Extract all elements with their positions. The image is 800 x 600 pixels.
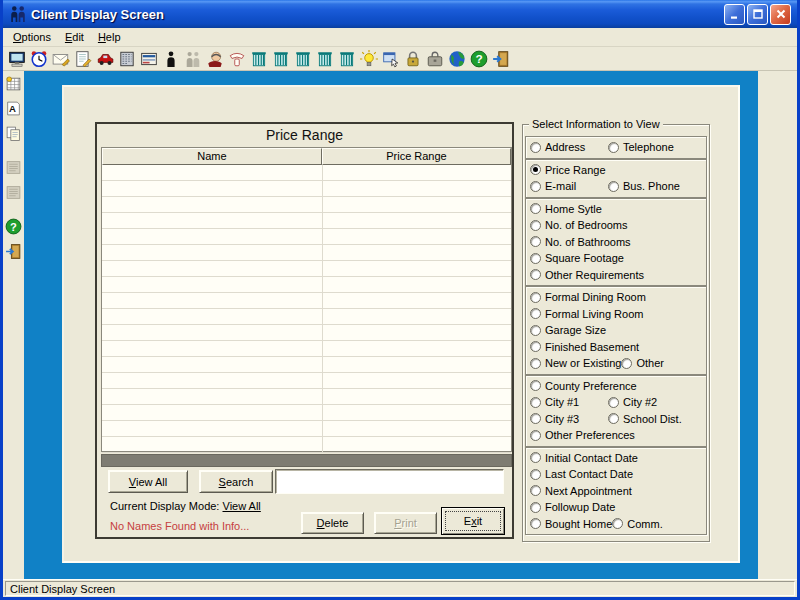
exit-icon[interactable] [490, 48, 512, 70]
radio-school-dist[interactable] [608, 413, 619, 424]
display-mode-text: Current Display Mode: View All [110, 500, 261, 512]
table-row [102, 261, 511, 277]
radio-formal-living-room[interactable] [530, 308, 541, 319]
memo-icon[interactable] [116, 48, 138, 70]
radio-comm-label: Comm. [627, 518, 662, 530]
radio-city-2[interactable] [608, 397, 619, 408]
building-icon-1[interactable] [248, 48, 270, 70]
mail-icon[interactable] [50, 48, 72, 70]
people-icon[interactable] [182, 48, 204, 70]
radio-formal-dining-room[interactable] [530, 292, 541, 303]
radio-address-label: Address [545, 141, 585, 153]
schedule-icon[interactable] [138, 48, 160, 70]
status-bar: Client Display Screen [3, 579, 797, 597]
report-icon-1[interactable] [4, 158, 23, 177]
radio-no-of-bathrooms[interactable] [530, 236, 541, 247]
radio-comm[interactable] [612, 518, 623, 529]
info-panel: Select Information to View AddressTeleph… [522, 124, 710, 542]
radio-telephone[interactable] [608, 142, 619, 153]
client-area: Price Range Name Price Range View All Se… [24, 71, 758, 579]
radio-last-contact-date[interactable] [530, 469, 541, 480]
font-icon[interactable]: A [4, 99, 23, 118]
grid-body[interactable] [102, 165, 511, 453]
menu-edit[interactable]: Edit [58, 29, 91, 45]
radio-next-appointment[interactable] [530, 485, 541, 496]
table-row [102, 421, 511, 437]
horizontal-scrollbar[interactable] [101, 454, 512, 467]
building-icon-4[interactable] [314, 48, 336, 70]
table-row [102, 357, 511, 373]
print-button[interactable]: Print [374, 512, 437, 534]
radio-school-dist-label: School Dist. [623, 413, 682, 425]
radio-address[interactable] [530, 142, 541, 153]
radio-other-requirements[interactable] [530, 269, 541, 280]
radio-no-of-bedrooms[interactable] [530, 220, 541, 231]
menu-bar: Options Edit Help [3, 28, 797, 47]
building-icon-3[interactable] [292, 48, 314, 70]
computer-icon[interactable] [6, 48, 28, 70]
minimize-button[interactable] [724, 4, 745, 25]
radio-home-sytle[interactable] [530, 203, 541, 214]
radio-bought-home[interactable] [530, 518, 541, 529]
grid-header: Name Price Range [102, 148, 511, 165]
app-people-icon [9, 5, 27, 23]
radio-square-footage[interactable] [530, 253, 541, 264]
delete-button[interactable]: Delete [301, 512, 364, 534]
phone-icon[interactable] [226, 48, 248, 70]
display-mode-label: Current Display Mode: [110, 500, 219, 512]
radio-formal-living-room-label: Formal Living Room [545, 308, 643, 320]
radio-initial-contact-date[interactable] [530, 452, 541, 463]
title-bar: Client Display Screen [3, 0, 797, 28]
radio-new-or-existing[interactable] [530, 358, 541, 369]
radio-bus-phone[interactable] [608, 181, 619, 192]
select-icon[interactable] [380, 48, 402, 70]
radio-other-preferences-label: Other Preferences [545, 429, 635, 441]
notepad-icon[interactable] [72, 48, 94, 70]
maximize-button[interactable] [747, 4, 768, 25]
lock-icon[interactable] [402, 48, 424, 70]
building-icon-5[interactable] [336, 48, 358, 70]
search-input[interactable] [275, 469, 504, 494]
radio-city-3-label: City #3 [545, 413, 579, 425]
person-icon[interactable] [160, 48, 182, 70]
briefcase-icon[interactable] [424, 48, 446, 70]
help-icon-side[interactable]: ? [4, 217, 23, 236]
column-header-price-range[interactable]: Price Range [322, 148, 511, 165]
radio-followup-date[interactable] [530, 502, 541, 513]
copy-icon[interactable] [4, 124, 23, 143]
radio-county-preference[interactable] [530, 380, 541, 391]
info-section-1: AddressTelephone [525, 136, 707, 159]
display-mode-value: View All [223, 500, 261, 512]
list-frame: Price Range Name Price Range View All Se… [95, 122, 514, 539]
report-icon-2[interactable] [4, 183, 23, 202]
radio-e-mail[interactable] [530, 181, 541, 192]
close-button[interactable] [770, 4, 791, 25]
help-icon[interactable]: ? [468, 48, 490, 70]
car-icon[interactable] [94, 48, 116, 70]
radio-other-preferences[interactable] [530, 430, 541, 441]
radio-city-3[interactable] [530, 413, 541, 424]
column-header-name[interactable]: Name [102, 148, 322, 165]
globe-icon[interactable] [446, 48, 468, 70]
radio-garage-size[interactable] [530, 325, 541, 336]
exit-button[interactable]: Exit [441, 507, 505, 535]
search-button[interactable]: Search [199, 470, 273, 493]
right-margin [758, 71, 797, 579]
clock-icon[interactable] [28, 48, 50, 70]
radio-price-range[interactable] [530, 164, 541, 175]
idea-icon[interactable] [358, 48, 380, 70]
menu-options[interactable]: Options [6, 29, 58, 45]
menu-help[interactable]: Help [91, 29, 128, 45]
radio-city-1[interactable] [530, 397, 541, 408]
radio-finished-basement[interactable] [530, 341, 541, 352]
table-row [102, 229, 511, 245]
info-section-2: Price RangeE-mailBus. Phone [525, 159, 707, 198]
radio-no-of-bedrooms-label: No. of Bedrooms [545, 219, 628, 231]
table-row [102, 293, 511, 309]
view-all-button[interactable]: View All [108, 470, 188, 493]
building-icon-2[interactable] [270, 48, 292, 70]
call-icon[interactable] [204, 48, 226, 70]
radio-other[interactable] [621, 358, 632, 369]
grid-icon[interactable] [4, 74, 23, 93]
exit-icon-side[interactable] [4, 242, 23, 261]
